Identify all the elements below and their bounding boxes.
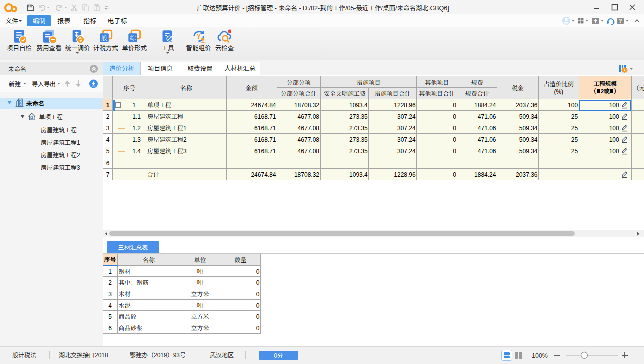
svg-text:般: 般 [101, 33, 107, 42]
svg-text:?: ? [619, 18, 622, 24]
svg-text:综: 综 [130, 33, 136, 42]
svg-text:¥: ¥ [197, 33, 200, 40]
